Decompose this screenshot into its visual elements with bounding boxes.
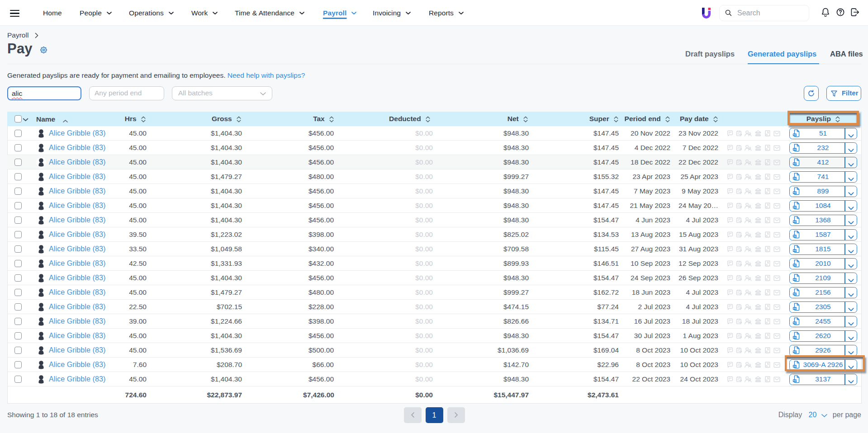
svg-text:PDF: PDF [793,264,797,266]
svg-text:PDF: PDF [793,249,797,252]
svg-text:PDF: PDF [793,322,797,324]
svg-text:PDF: PDF [793,380,797,382]
svg-text:PDF: PDF [793,293,797,295]
svg-text:PDF: PDF [793,235,797,237]
svg-text:PDF: PDF [793,307,797,310]
svg-text:PDF: PDF [793,148,797,151]
svg-text:PDF: PDF [793,177,797,179]
svg-text:PDF: PDF [793,163,797,165]
svg-text:PDF: PDF [793,278,797,281]
svg-text:PDF: PDF [793,206,797,208]
svg-text:PDF: PDF [793,336,797,339]
svg-text:PDF: PDF [793,134,797,136]
svg-text:PDF: PDF [793,221,797,223]
svg-text:PDF: PDF [793,192,797,194]
svg-text:PDF: PDF [793,351,797,353]
